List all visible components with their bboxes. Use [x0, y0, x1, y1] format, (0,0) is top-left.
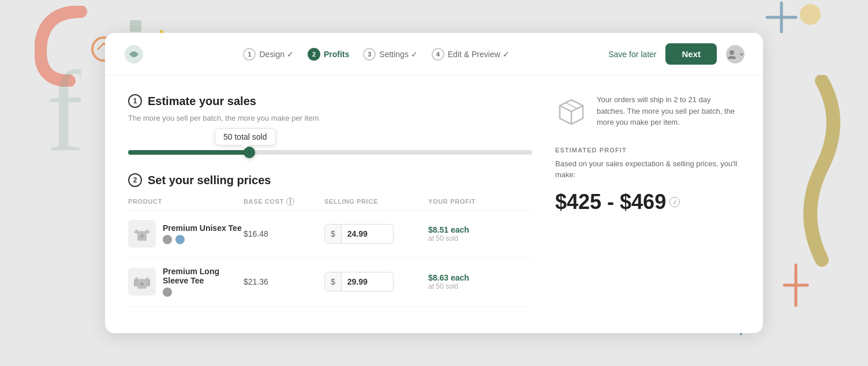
step-circle-design: 1 — [243, 48, 256, 61]
section2-heading: Set your selling prices — [148, 174, 271, 187]
ship-text: Your orders will ship in 2 to 21 day bat… — [597, 94, 740, 128]
svg-point-14 — [140, 234, 144, 238]
step-label-profits: Profits — [324, 50, 349, 59]
page-wrapper: f 1 Desig — [0, 0, 868, 366]
step-label-design: Design ✓ — [259, 50, 293, 59]
products-table: PRODUCT BASE COST i SELLING PRICE YOUR P… — [128, 193, 532, 307]
section2-number: 2 — [128, 173, 142, 187]
svg-point-13 — [729, 50, 734, 55]
svg-text:f: f — [46, 47, 81, 173]
profit-info-icon[interactable]: i — [669, 197, 680, 207]
selling-price-input-1[interactable] — [342, 225, 388, 243]
step-design[interactable]: 1 Design ✓ — [243, 48, 293, 61]
slider-wrapper: 50 total sold — [128, 150, 532, 155]
ep-label: ESTIMATED PROFIT — [555, 147, 740, 154]
ep-range: $425 - $469 i — [555, 190, 740, 214]
product-details-1: Premium Unisex Tee — [163, 223, 242, 244]
profit-each-2: $8.63 each — [428, 273, 532, 282]
ep-range-value: $425 - $469 — [555, 190, 666, 214]
product-info-2: Premium Long Sleeve Tee — [128, 267, 244, 297]
selling-price-cell-1: $ — [324, 224, 428, 244]
step-circle-profits: 2 — [308, 48, 320, 61]
product-name-2: Premium Long Sleeve Tee — [163, 267, 244, 285]
svg-rect-0 — [130, 20, 141, 32]
col-selling-price: SELLING PRICE — [324, 197, 428, 206]
price-symbol-1: $ — [325, 225, 342, 243]
deco-shape-2 — [127, 17, 144, 35]
box-icon — [555, 94, 588, 126]
color-swatch-gray-2 — [163, 287, 172, 297]
profit-each-1: $8.51 each — [428, 225, 532, 234]
tshirt-icon-2 — [132, 271, 152, 292]
selling-price-cell-2: $ — [324, 272, 428, 292]
deco-plus-right — [764, 0, 799, 35]
info-icon[interactable]: i — [286, 197, 294, 206]
product-info-1: Premium Unisex Tee — [128, 220, 244, 248]
section1-subtitle: The more you sell per batch, the more yo… — [128, 114, 532, 122]
col-product: PRODUCT — [128, 197, 244, 206]
deco-shape-right-1 — [776, 3, 822, 61]
user-avatar[interactable] — [726, 45, 744, 64]
section2-title: 2 Set your selling prices — [128, 173, 532, 187]
profit-cell-2: $8.63 each at 50 sold — [428, 273, 532, 290]
col-base-cost: BASE COST i — [244, 197, 324, 206]
steps-nav: 1 Design ✓ 2 Profits 3 Settings ✓ 4 Edit… — [144, 48, 608, 61]
deco-shape-f: f — [46, 46, 81, 173]
price-symbol-2: $ — [325, 272, 342, 291]
step-edit-preview[interactable]: 4 Edit & Preview ✓ — [432, 48, 510, 61]
col-your-profit: YOUR PROFIT — [428, 197, 532, 206]
content-right: Your orders will ship in 2 to 21 day bat… — [555, 94, 740, 307]
estimated-profit: ESTIMATED PROFIT Based on your sales exp… — [555, 147, 740, 214]
ep-desc: Based on your sales expectation & sellin… — [555, 158, 740, 181]
section1-heading: Estimate your sales — [148, 95, 256, 108]
step-circle-edit: 4 — [432, 48, 444, 61]
price-input-wrapper-1: $ — [324, 224, 394, 244]
section1-number: 1 — [128, 94, 142, 108]
save-later-button[interactable]: Save for later — [608, 50, 656, 59]
price-input-wrapper-2: $ — [324, 272, 394, 292]
ship-info: Your orders will ship in 2 to 21 day bat… — [555, 94, 740, 128]
content-left: 1 Estimate your sales The more you sell … — [128, 94, 532, 307]
svg-rect-16 — [147, 279, 150, 286]
brand-logo — [124, 44, 144, 65]
main-card: 1 Design ✓ 2 Profits 3 Settings ✓ 4 Edit… — [105, 33, 763, 333]
header-right: Save for later Next — [608, 43, 744, 65]
color-swatches-2 — [163, 287, 244, 297]
selling-price-input-2[interactable] — [342, 272, 388, 291]
section2: 2 Set your selling prices PRODUCT BASE C… — [128, 173, 532, 307]
product-details-2: Premium Long Sleeve Tee — [163, 267, 244, 297]
svg-rect-15 — [134, 279, 137, 286]
chevron-down-icon — [739, 51, 744, 57]
header: 1 Design ✓ 2 Profits 3 Settings ✓ 4 Edit… — [105, 33, 763, 76]
slider-tooltip: 50 total sold — [215, 128, 276, 145]
step-settings[interactable]: 3 Settings ✓ — [363, 48, 417, 61]
color-swatches-1 — [163, 235, 242, 244]
header-left — [124, 44, 144, 65]
step-label-settings: Settings ✓ — [379, 50, 417, 59]
step-circle-settings: 3 — [363, 48, 376, 61]
profit-at-2: at 50 sold — [428, 282, 532, 290]
svg-point-17 — [140, 282, 144, 286]
base-cost-1: $16.48 — [244, 229, 324, 238]
table-row: Premium Long Sleeve Tee $21.36 $ — [128, 257, 532, 307]
product-image-1 — [128, 220, 156, 248]
product-image-2 — [128, 268, 156, 296]
color-swatch-gray — [163, 235, 172, 244]
product-name-1: Premium Unisex Tee — [163, 223, 242, 233]
step-label-edit: Edit & Preview ✓ — [448, 50, 510, 59]
tshirt-icon-1 — [132, 223, 152, 244]
next-button[interactable]: Next — [665, 43, 717, 65]
deco-plus-right-2 — [781, 262, 810, 308]
base-cost-2: $21.36 — [244, 277, 324, 286]
section1-title: 1 Estimate your sales — [128, 94, 532, 108]
table-header: PRODUCT BASE COST i SELLING PRICE YOUR P… — [128, 193, 532, 211]
color-swatch-blue — [175, 235, 185, 244]
user-icon — [726, 48, 738, 60]
content: 1 Estimate your sales The more you sell … — [105, 76, 763, 325]
profit-at-1: at 50 sold — [428, 234, 532, 242]
step-profits[interactable]: 2 Profits — [308, 48, 349, 61]
col-base-cost-label: BASE COST — [244, 198, 284, 205]
profit-cell-1: $8.51 each at 50 sold — [428, 225, 532, 242]
deco-shape-1 — [35, 6, 104, 87]
svg-point-5 — [800, 4, 821, 25]
